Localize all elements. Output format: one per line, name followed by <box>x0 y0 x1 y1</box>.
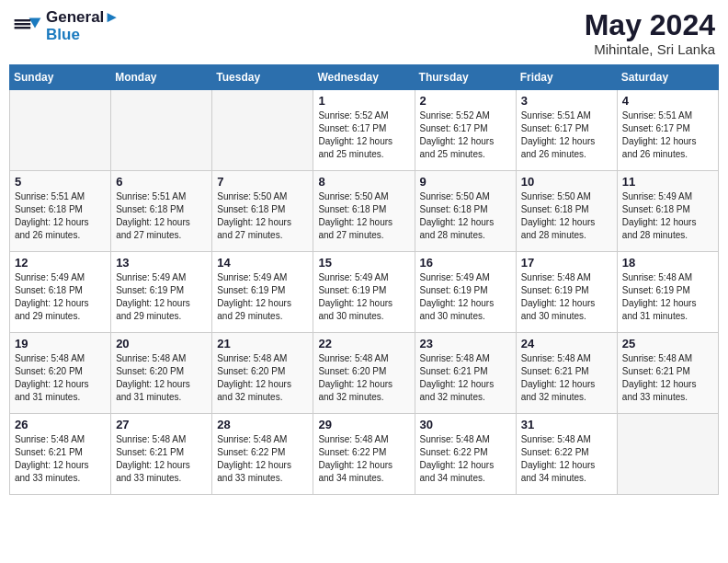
table-row: 9Sunrise: 5:50 AMSunset: 6:18 PMDaylight… <box>415 171 516 252</box>
day-info: Sunrise: 5:49 AMSunset: 6:18 PMDaylight:… <box>622 190 713 242</box>
table-row: 12Sunrise: 5:49 AMSunset: 6:18 PMDayligh… <box>10 252 111 333</box>
day-number: 24 <box>521 337 612 350</box>
table-row: 21Sunrise: 5:48 AMSunset: 6:20 PMDayligh… <box>212 333 313 414</box>
table-row <box>212 90 313 171</box>
table-row: 31Sunrise: 5:48 AMSunset: 6:22 PMDayligh… <box>516 414 617 495</box>
day-number: 28 <box>217 418 308 431</box>
day-info: Sunrise: 5:51 AMSunset: 6:17 PMDaylight:… <box>521 109 612 161</box>
location: Mihintale, Sri Lanka <box>585 41 715 57</box>
day-info: Sunrise: 5:48 AMSunset: 6:19 PMDaylight:… <box>521 271 612 323</box>
day-info: Sunrise: 5:50 AMSunset: 6:18 PMDaylight:… <box>318 190 409 242</box>
day-number: 23 <box>420 337 511 350</box>
table-row: 19Sunrise: 5:48 AMSunset: 6:20 PMDayligh… <box>10 333 111 414</box>
day-number: 19 <box>15 337 106 350</box>
day-number: 12 <box>15 256 106 270</box>
day-info: Sunrise: 5:51 AMSunset: 6:17 PMDaylight:… <box>622 109 713 161</box>
day-info: Sunrise: 5:49 AMSunset: 6:19 PMDaylight:… <box>420 271 511 323</box>
day-info: Sunrise: 5:48 AMSunset: 6:21 PMDaylight:… <box>15 433 106 485</box>
day-number: 1 <box>318 94 409 108</box>
calendar-week-row: 26Sunrise: 5:48 AMSunset: 6:21 PMDayligh… <box>10 414 719 495</box>
day-number: 16 <box>420 256 511 270</box>
day-info: Sunrise: 5:48 AMSunset: 6:22 PMDaylight:… <box>217 433 308 485</box>
day-info: Sunrise: 5:48 AMSunset: 6:20 PMDaylight:… <box>15 352 106 404</box>
calendar-header-row: Sunday Monday Tuesday Wednesday Thursday… <box>10 65 719 90</box>
table-row: 13Sunrise: 5:49 AMSunset: 6:19 PMDayligh… <box>111 252 212 333</box>
svg-rect-3 <box>15 23 31 25</box>
table-row: 23Sunrise: 5:48 AMSunset: 6:21 PMDayligh… <box>415 333 516 414</box>
table-row: 14Sunrise: 5:49 AMSunset: 6:19 PMDayligh… <box>212 252 313 333</box>
day-number: 15 <box>318 256 409 270</box>
table-row: 30Sunrise: 5:48 AMSunset: 6:22 PMDayligh… <box>415 414 516 495</box>
table-row <box>111 90 212 171</box>
day-info: Sunrise: 5:50 AMSunset: 6:18 PMDaylight:… <box>521 190 612 242</box>
month-title: May 2024 <box>585 9 715 41</box>
day-number: 8 <box>318 175 409 189</box>
day-info: Sunrise: 5:48 AMSunset: 6:22 PMDaylight:… <box>521 433 612 485</box>
table-row: 25Sunrise: 5:48 AMSunset: 6:21 PMDayligh… <box>617 333 718 414</box>
day-number: 10 <box>521 175 612 189</box>
day-info: Sunrise: 5:49 AMSunset: 6:18 PMDaylight:… <box>15 271 106 323</box>
table-row: 17Sunrise: 5:48 AMSunset: 6:19 PMDayligh… <box>516 252 617 333</box>
day-number: 14 <box>217 256 308 270</box>
day-number: 4 <box>622 94 713 108</box>
day-number: 9 <box>420 175 511 189</box>
day-info: Sunrise: 5:49 AMSunset: 6:19 PMDaylight:… <box>318 271 409 323</box>
table-row: 22Sunrise: 5:48 AMSunset: 6:20 PMDayligh… <box>313 333 415 414</box>
table-row: 20Sunrise: 5:48 AMSunset: 6:20 PMDayligh… <box>111 333 212 414</box>
calendar-week-row: 12Sunrise: 5:49 AMSunset: 6:18 PMDayligh… <box>10 252 719 333</box>
day-info: Sunrise: 5:48 AMSunset: 6:20 PMDaylight:… <box>318 352 409 404</box>
page-header: General► Blue May 2024 Mihintale, Sri La… <box>9 9 719 57</box>
calendar-table: Sunday Monday Tuesday Wednesday Thursday… <box>9 64 719 495</box>
table-row: 18Sunrise: 5:48 AMSunset: 6:19 PMDayligh… <box>617 252 718 333</box>
day-number: 21 <box>217 337 308 350</box>
svg-rect-4 <box>15 27 31 29</box>
table-row: 28Sunrise: 5:48 AMSunset: 6:22 PMDayligh… <box>212 414 313 495</box>
table-row: 4Sunrise: 5:51 AMSunset: 6:17 PMDaylight… <box>617 90 718 171</box>
day-number: 5 <box>15 175 106 189</box>
logo-text: General► Blue <box>46 9 119 43</box>
header-friday: Friday <box>516 65 617 90</box>
day-info: Sunrise: 5:48 AMSunset: 6:22 PMDaylight:… <box>318 433 409 485</box>
table-row: 7Sunrise: 5:50 AMSunset: 6:18 PMDaylight… <box>212 171 313 252</box>
day-number: 13 <box>116 256 207 270</box>
table-row <box>10 90 111 171</box>
day-info: Sunrise: 5:52 AMSunset: 6:17 PMDaylight:… <box>420 109 511 161</box>
day-number: 18 <box>622 256 713 270</box>
day-info: Sunrise: 5:50 AMSunset: 6:18 PMDaylight:… <box>420 190 511 242</box>
day-info: Sunrise: 5:48 AMSunset: 6:21 PMDaylight:… <box>116 433 207 485</box>
table-row: 8Sunrise: 5:50 AMSunset: 6:18 PMDaylight… <box>313 171 415 252</box>
day-number: 26 <box>15 418 106 431</box>
title-block: May 2024 Mihintale, Sri Lanka <box>585 9 715 57</box>
logo: General► Blue <box>13 9 119 43</box>
day-number: 31 <box>521 418 612 431</box>
table-row <box>617 414 718 495</box>
table-row: 15Sunrise: 5:49 AMSunset: 6:19 PMDayligh… <box>313 252 415 333</box>
day-number: 20 <box>116 337 207 350</box>
day-info: Sunrise: 5:48 AMSunset: 6:22 PMDaylight:… <box>420 433 511 485</box>
table-row: 6Sunrise: 5:51 AMSunset: 6:18 PMDaylight… <box>111 171 212 252</box>
calendar-week-row: 19Sunrise: 5:48 AMSunset: 6:20 PMDayligh… <box>10 333 719 414</box>
day-info: Sunrise: 5:49 AMSunset: 6:19 PMDaylight:… <box>116 271 207 323</box>
day-number: 25 <box>622 337 713 350</box>
header-sunday: Sunday <box>10 65 111 90</box>
day-info: Sunrise: 5:48 AMSunset: 6:21 PMDaylight:… <box>420 352 511 404</box>
table-row: 26Sunrise: 5:48 AMSunset: 6:21 PMDayligh… <box>10 414 111 495</box>
day-number: 17 <box>521 256 612 270</box>
table-row: 10Sunrise: 5:50 AMSunset: 6:18 PMDayligh… <box>516 171 617 252</box>
day-info: Sunrise: 5:48 AMSunset: 6:21 PMDaylight:… <box>521 352 612 404</box>
header-wednesday: Wednesday <box>313 65 415 90</box>
day-number: 6 <box>116 175 207 189</box>
logo-icon <box>13 12 42 41</box>
table-row: 24Sunrise: 5:48 AMSunset: 6:21 PMDayligh… <box>516 333 617 414</box>
header-thursday: Thursday <box>415 65 516 90</box>
table-row: 5Sunrise: 5:51 AMSunset: 6:18 PMDaylight… <box>10 171 111 252</box>
day-info: Sunrise: 5:51 AMSunset: 6:18 PMDaylight:… <box>116 190 207 242</box>
day-number: 29 <box>318 418 409 431</box>
day-number: 30 <box>420 418 511 431</box>
day-info: Sunrise: 5:48 AMSunset: 6:20 PMDaylight:… <box>116 352 207 404</box>
calendar-week-row: 5Sunrise: 5:51 AMSunset: 6:18 PMDaylight… <box>10 171 719 252</box>
header-saturday: Saturday <box>617 65 718 90</box>
day-info: Sunrise: 5:48 AMSunset: 6:20 PMDaylight:… <box>217 352 308 404</box>
day-info: Sunrise: 5:49 AMSunset: 6:19 PMDaylight:… <box>217 271 308 323</box>
day-info: Sunrise: 5:50 AMSunset: 6:18 PMDaylight:… <box>217 190 308 242</box>
